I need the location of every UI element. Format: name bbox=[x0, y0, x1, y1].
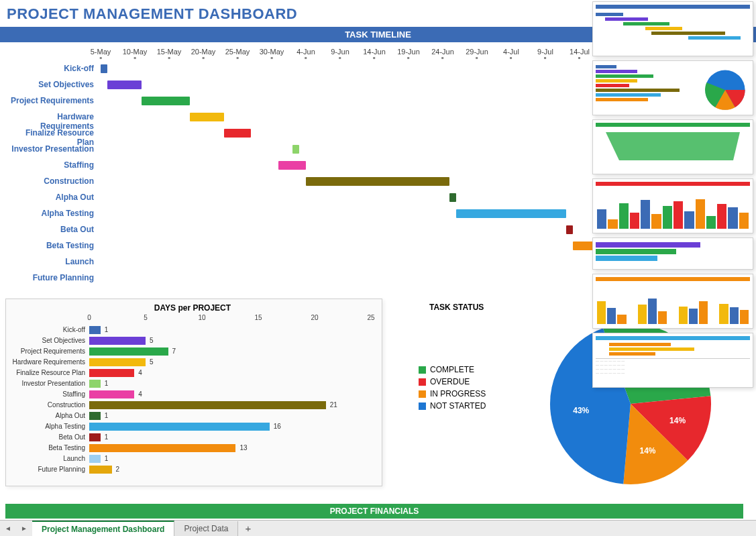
gantt-bar bbox=[101, 64, 107, 73]
days-row: Staffing4 bbox=[10, 389, 375, 400]
gantt-tick: 30-May bbox=[260, 48, 284, 59]
days-row: Launch1 bbox=[10, 453, 375, 464]
legend-item: OVERDUE bbox=[419, 377, 486, 386]
days-per-project-panel: DAYS per PROJECT 0510152025 Kick-off1Set… bbox=[5, 299, 382, 486]
days-value: 1 bbox=[105, 455, 109, 462]
tab-project-data[interactable]: Project Data bbox=[174, 521, 238, 536]
days-label: Finalize Resource Plan bbox=[10, 369, 85, 376]
days-bar bbox=[89, 369, 134, 377]
days-row: Hardware Requirements5 bbox=[10, 357, 375, 368]
days-bar bbox=[89, 390, 134, 398]
thumb-funnel[interactable] bbox=[592, 119, 753, 174]
days-label: Alpha Out bbox=[10, 412, 85, 419]
days-value: 1 bbox=[105, 412, 109, 419]
pie-slice-label: 43% bbox=[573, 406, 589, 415]
tab-nav-next[interactable]: ► bbox=[16, 525, 32, 532]
tab-dashboard[interactable]: Project Management Dashboard bbox=[32, 521, 174, 537]
gantt-tick: 24-Jun bbox=[431, 48, 454, 59]
svg-marker-1 bbox=[606, 132, 740, 160]
legend-item: NOT STARTED bbox=[419, 401, 486, 411]
gantt-row: Alpha Out bbox=[7, 190, 597, 206]
gantt-row: Project Requirements bbox=[7, 93, 597, 109]
days-row: Kick-off1 bbox=[10, 325, 375, 335]
days-label: Construction bbox=[10, 401, 85, 409]
days-value: 1 bbox=[105, 326, 109, 333]
pie-slice-label: 14% bbox=[639, 446, 655, 455]
days-row: Project Requirements7 bbox=[10, 346, 375, 357]
days-tick: 0 bbox=[87, 314, 91, 321]
days-bar bbox=[89, 337, 146, 345]
days-row: Beta Out1 bbox=[10, 432, 375, 443]
days-label: Investor Presentation bbox=[10, 380, 85, 387]
thumb-columns[interactable] bbox=[592, 178, 753, 233]
days-bar bbox=[89, 466, 112, 474]
legend-label: COMPLETE bbox=[430, 365, 474, 374]
days-label: Staffing bbox=[10, 390, 85, 398]
gantt-task-label: Staffing bbox=[7, 160, 94, 170]
gantt-tick: 5-May bbox=[91, 48, 111, 59]
thumb-gantt[interactable] bbox=[592, 1, 753, 56]
gantt-row: Future Planning bbox=[7, 270, 597, 286]
days-label: Beta Testing bbox=[10, 444, 85, 451]
pie-slice-label: 14% bbox=[669, 416, 686, 425]
legend-item: COMPLETE bbox=[419, 365, 486, 374]
gantt-tick: 4-Jun bbox=[296, 48, 315, 59]
gantt-task-label: Launch bbox=[7, 257, 94, 266]
legend-swatch bbox=[419, 378, 426, 386]
thumb-table[interactable]: — — — — — — —— — — — — — —— — — — — — ——… bbox=[592, 333, 753, 388]
gantt-chart: 5-May10-May15-May20-May25-May30-May4-Jun… bbox=[7, 48, 597, 296]
task-status-legend: COMPLETEOVERDUEIN PROGRESSNOT STARTED bbox=[419, 362, 486, 413]
thumb-grouped[interactable] bbox=[592, 274, 753, 329]
gantt-row: Staffing bbox=[7, 158, 597, 174]
days-tick: 5 bbox=[144, 314, 148, 321]
gantt-bar bbox=[306, 177, 449, 186]
days-tick: 10 bbox=[198, 314, 205, 321]
gantt-bar bbox=[107, 81, 142, 89]
days-value: 2 bbox=[116, 466, 120, 473]
gantt-task-label: Future Planning bbox=[7, 273, 94, 282]
days-row: Set Objectives5 bbox=[10, 335, 375, 346]
days-value: 7 bbox=[172, 347, 176, 355]
gantt-row: Construction bbox=[7, 174, 597, 190]
days-tick: 25 bbox=[367, 314, 374, 321]
gantt-bar bbox=[456, 209, 565, 218]
sheet-tabs: ◄ ► Project Management Dashboard Project… bbox=[0, 520, 756, 536]
gantt-task-label: Construction bbox=[7, 176, 94, 186]
gantt-row: Finalize Resource Plan bbox=[7, 125, 597, 142]
days-value: 13 bbox=[239, 444, 247, 451]
tab-nav-prev[interactable]: ◄ bbox=[0, 525, 16, 532]
thumb-progress[interactable] bbox=[592, 237, 753, 270]
days-label: Future Planning bbox=[10, 466, 85, 473]
days-label: Project Requirements bbox=[10, 347, 85, 355]
gantt-row: Beta Out bbox=[7, 222, 597, 238]
legend-label: NOT STARTED bbox=[430, 401, 486, 411]
days-row: Alpha Testing16 bbox=[10, 421, 375, 432]
gantt-bar bbox=[190, 113, 224, 121]
gantt-bar bbox=[566, 225, 573, 234]
days-value: 16 bbox=[274, 423, 281, 430]
thumb-days-pie[interactable] bbox=[592, 60, 753, 115]
legend-item: IN PROGRESS bbox=[419, 389, 486, 398]
days-value: 1 bbox=[105, 433, 109, 441]
gantt-task-label: Kick-off bbox=[7, 64, 94, 73]
days-label: Hardware Requirements bbox=[10, 358, 85, 366]
legend-label: IN PROGRESS bbox=[430, 389, 486, 398]
gantt-tick: 9-Jul bbox=[537, 48, 553, 59]
gantt-tick: 19-Jun bbox=[397, 48, 420, 59]
gantt-task-label: Set Objectives bbox=[7, 80, 94, 89]
days-label: Set Objectives bbox=[10, 337, 85, 344]
days-value: 5 bbox=[150, 337, 154, 344]
days-label: Kick-off bbox=[10, 326, 85, 333]
legend-label: OVERDUE bbox=[430, 377, 470, 386]
gantt-row: Alpha Testing bbox=[7, 206, 597, 222]
days-bar bbox=[89, 433, 101, 441]
days-value: 4 bbox=[138, 369, 142, 376]
days-label: Launch bbox=[10, 455, 85, 462]
gantt-tick: 20-May bbox=[191, 48, 216, 59]
preview-thumbnails: — — — — — — —— — — — — — —— — — — — — ——… bbox=[592, 1, 753, 388]
gantt-task-label: Alpha Testing bbox=[7, 209, 94, 218]
days-label: Beta Out bbox=[10, 433, 85, 441]
days-bar bbox=[89, 455, 101, 463]
add-sheet-button[interactable]: + bbox=[238, 523, 258, 534]
days-row: Construction21 bbox=[10, 400, 375, 411]
